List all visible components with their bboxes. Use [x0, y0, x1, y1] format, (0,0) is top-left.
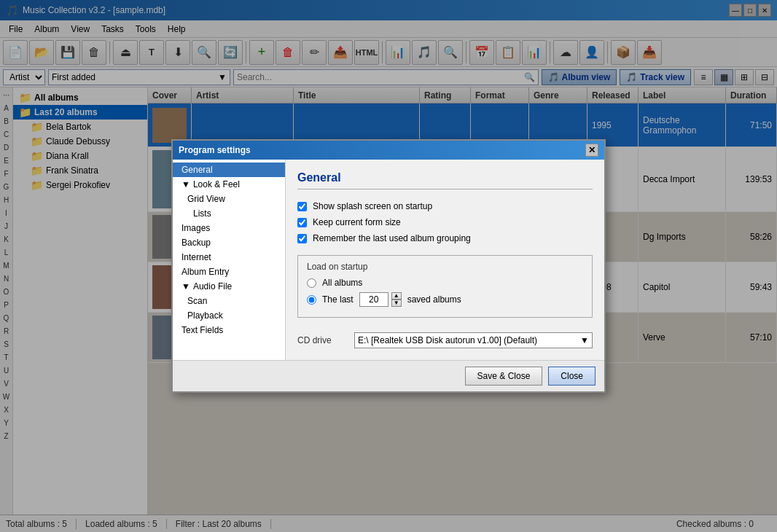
nav-general[interactable]: General	[173, 163, 285, 177]
nav-lists[interactable]: Lists	[173, 206, 285, 221]
load-on-startup-group: Load on startup All albums The last ▲ ▼	[297, 255, 593, 318]
cd-drive-row: CD drive E:\ [Realtek USB Disk autorun v…	[297, 332, 593, 348]
checkbox-form-size-label: Keep current form size	[313, 217, 401, 227]
nav-album-entry-label: Album Entry	[181, 267, 229, 277]
checkbox-form-size: Keep current form size	[297, 217, 593, 227]
nav-look-feel[interactable]: ▼ Look & Feel	[173, 177, 285, 192]
nav-album-entry[interactable]: Album Entry	[173, 265, 285, 279]
spin-input-group: ▲ ▼	[359, 292, 402, 307]
cd-drive-label: CD drive	[297, 335, 348, 345]
checkbox-album-grouping: Remember the last used album grouping	[297, 233, 593, 243]
checkbox-splash-label: Show splash screen on startup	[313, 201, 432, 211]
nav-text-fields-label: Text Fields	[181, 325, 223, 335]
nav-images-label: Images	[181, 223, 210, 233]
nav-scan[interactable]: Scan	[173, 294, 285, 308]
checkbox-album-grouping-label: Remember the last used album grouping	[313, 233, 471, 243]
checkbox-splash: Show splash screen on startup	[297, 201, 593, 211]
modal-overlay: Program settings ✕ General ▼ Look & Feel…	[0, 0, 777, 532]
modal-nav: General ▼ Look & Feel Grid View Lists Im…	[173, 160, 286, 360]
modal-titlebar: Program settings ✕	[173, 141, 604, 160]
nav-internet-label: Internet	[181, 252, 211, 262]
cd-drive-select[interactable]: E:\ [Realtek USB Disk autorun v1.00] (De…	[354, 332, 593, 348]
radio-all-albums[interactable]	[307, 278, 316, 288]
radio-all-albums-label: All albums	[322, 278, 362, 288]
radio-last-label: The last	[322, 294, 354, 305]
modal-section-title: General	[297, 171, 593, 189]
modal-content-area: General Show splash screen on startup Ke…	[286, 160, 604, 360]
nav-backup[interactable]: Backup	[173, 235, 285, 250]
radio-all-albums-row: All albums	[307, 278, 583, 288]
checkbox-album-grouping-input[interactable]	[297, 234, 307, 243]
nav-general-label: General	[181, 165, 213, 175]
save-close-button[interactable]: Save & Close	[465, 367, 543, 386]
nav-lists-label: Lists	[193, 208, 211, 219]
checkbox-form-size-input[interactable]	[297, 218, 307, 227]
nav-backup-label: Backup	[181, 238, 211, 248]
radio-last-row: The last ▲ ▼ saved albums	[307, 292, 583, 307]
modal-close-button[interactable]: ✕	[585, 144, 598, 157]
cd-drive-value: E:\ [Realtek USB Disk autorun v1.00] (De…	[358, 335, 537, 345]
nav-scan-label: Scan	[187, 296, 207, 306]
spin-up-button[interactable]: ▲	[391, 292, 402, 300]
cd-drive-chevron-icon: ▼	[580, 335, 589, 345]
nav-look-feel-label: Look & Feel	[193, 179, 240, 189]
nav-audio-file[interactable]: ▼ Audio File	[173, 279, 285, 294]
spin-buttons: ▲ ▼	[391, 292, 402, 307]
nav-grid-view[interactable]: Grid View	[173, 192, 285, 206]
nav-text-fields[interactable]: Text Fields	[173, 323, 285, 337]
load-on-startup-label: Load on startup	[307, 262, 583, 272]
program-settings-modal: Program settings ✕ General ▼ Look & Feel…	[171, 139, 606, 393]
nav-grid-view-label: Grid View	[187, 194, 225, 204]
modal-body: General ▼ Look & Feel Grid View Lists Im…	[173, 160, 604, 360]
modal-close-button-footer[interactable]: Close	[548, 367, 596, 386]
checkbox-splash-input[interactable]	[297, 202, 307, 211]
checkboxes-group: Show splash screen on startup Keep curre…	[297, 201, 593, 243]
nav-audio-file-label: Audio File	[193, 281, 232, 292]
nav-internet[interactable]: Internet	[173, 250, 285, 265]
radio-last-suffix: saved albums	[407, 294, 461, 305]
expand-icon: ▼	[181, 179, 190, 189]
expand-audio-icon: ▼	[181, 281, 190, 292]
nav-images[interactable]: Images	[173, 221, 285, 235]
spin-down-button[interactable]: ▼	[391, 300, 402, 307]
modal-title: Program settings	[179, 145, 251, 155]
nav-playback-label: Playback	[187, 310, 223, 321]
nav-playback[interactable]: Playback	[173, 308, 285, 323]
radio-last[interactable]	[307, 295, 316, 305]
modal-footer: Save & Close Close	[173, 360, 604, 391]
last-count-input[interactable]	[359, 292, 388, 307]
